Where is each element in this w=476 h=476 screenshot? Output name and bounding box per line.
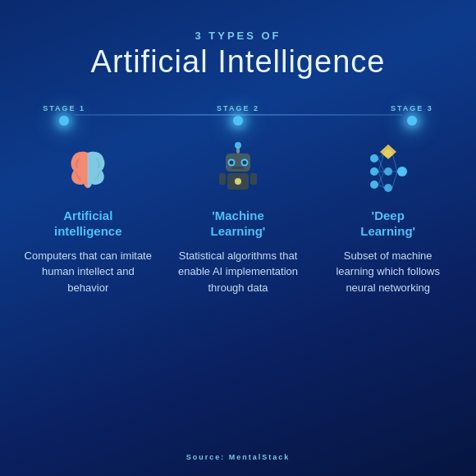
stage-2-label: Stage 2 (217, 104, 259, 112)
card-dl-desc: Subset of machine learning which follows… (323, 248, 452, 296)
stage-3-label: Stage 3 (391, 104, 433, 112)
svg-line-27 (392, 153, 397, 172)
svg-rect-8 (231, 167, 245, 169)
page-header: 3 Types of Artificial Intelligence (91, 30, 386, 80)
svg-point-15 (370, 181, 378, 189)
svg-point-17 (384, 167, 392, 176)
svg-point-7 (243, 160, 247, 164)
stage-3-dot: Stage 3 (391, 104, 433, 126)
timeline-bar: Stage 1 Stage 2 Stage 3 (43, 103, 433, 127)
header-title: Artificial Intelligence (91, 45, 386, 80)
robot-icon (209, 140, 267, 198)
source-label: Source: MentalStack (186, 453, 291, 461)
card-dl: 'DeepLearning' Subset of machine learnin… (323, 140, 452, 453)
svg-point-10 (235, 178, 241, 185)
stage-1-dot: Stage 1 (43, 104, 85, 126)
stage-2-dot: Stage 2 (217, 104, 259, 126)
neural-icon (359, 140, 417, 198)
svg-point-13 (370, 154, 378, 162)
card-ai: Artificialintelligence Computers that ca… (24, 140, 153, 453)
svg-marker-30 (380, 144, 396, 159)
stage-2-indicator (233, 116, 243, 126)
card-ml-desc: Statistical algorithms that enable AI im… (174, 248, 303, 296)
svg-point-18 (384, 184, 392, 192)
card-ml: 'MachineLearning' Statistical algorithms… (174, 140, 303, 453)
card-ai-desc: Computers that can imitate human intelle… (24, 248, 153, 296)
svg-line-29 (392, 172, 397, 188)
header-subtitle: 3 Types of (91, 30, 386, 42)
svg-rect-11 (219, 173, 226, 185)
svg-point-19 (397, 167, 407, 176)
card-dl-title: 'DeepLearning' (360, 208, 415, 240)
stage-1-indicator (59, 116, 69, 126)
card-ml-title: 'MachineLearning' (211, 208, 266, 240)
svg-point-2 (235, 142, 241, 149)
timeline-section: Stage 1 Stage 2 Stage 3 (0, 103, 476, 127)
svg-point-14 (370, 167, 378, 176)
stage-3-indicator (407, 116, 417, 126)
svg-point-5 (230, 160, 234, 164)
cards-section: Artificialintelligence Computers that ca… (24, 140, 452, 453)
brain-icon (59, 140, 117, 198)
card-ai-title: Artificialintelligence (54, 208, 122, 240)
stage-1-label: Stage 1 (43, 104, 85, 112)
svg-rect-12 (250, 173, 257, 185)
